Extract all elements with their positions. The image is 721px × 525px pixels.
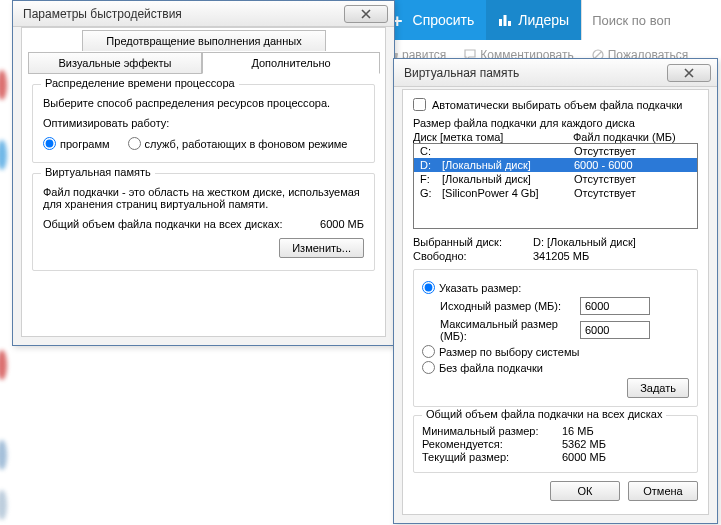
- radio-programs-input[interactable]: [43, 137, 56, 150]
- vm-desc: Файл подкачки - это область на жестком д…: [43, 186, 364, 210]
- rec-size-label: Рекомендуется:: [422, 438, 562, 450]
- vm-total-label: Общий объем файла подкачки на всех диска…: [43, 218, 282, 230]
- min-size-label: Минимальный размер:: [422, 425, 562, 437]
- svg-rect-1: [504, 15, 507, 26]
- size-options-group: Указать размер: Исходный размер (МБ): Ма…: [413, 269, 698, 407]
- radio-no-pagefile[interactable]: Без файла подкачки: [422, 361, 689, 374]
- cur-size-value: 6000 МБ: [562, 451, 606, 463]
- leaders-label: Лидеры: [518, 12, 569, 28]
- tab-dep[interactable]: Предотвращение выполнения данных: [82, 30, 326, 51]
- min-size-value: 16 МБ: [562, 425, 594, 437]
- selected-disk-value: D: [Локальный диск]: [533, 236, 698, 248]
- svg-rect-0: [499, 19, 502, 26]
- radio-programs[interactable]: программ: [43, 137, 110, 150]
- cpu-desc: Выберите способ распределения ресурсов п…: [43, 97, 364, 109]
- col-disk: Диск [метка тома]: [413, 131, 573, 143]
- cpu-legend: Распределение времени процессора: [41, 77, 239, 89]
- cpu-scheduling-group: Распределение времени процессора Выберит…: [32, 84, 375, 163]
- free-space-label: Свободно:: [413, 250, 533, 262]
- bars-icon: [498, 13, 512, 27]
- ask-label: Спросить: [413, 12, 475, 28]
- close-icon: [361, 9, 371, 19]
- performance-options-window: Параметры быстродействия Предотвращение …: [12, 0, 395, 346]
- disk-row[interactable]: D:[Локальный диск]6000 - 6000: [414, 158, 697, 172]
- perf-close-button[interactable]: [344, 5, 388, 23]
- initial-size-input[interactable]: [580, 297, 650, 315]
- radio-services-input[interactable]: [128, 137, 141, 150]
- site-search[interactable]: Поиск по воп: [581, 0, 721, 40]
- close-icon: [684, 68, 694, 78]
- max-size-label: Максимальный размер (МБ):: [422, 318, 580, 342]
- total-pagefile-group: Общий объем файла подкачки на всех диска…: [413, 415, 698, 473]
- optimize-label: Оптимизировать работу:: [43, 117, 364, 129]
- disk-row[interactable]: G:[SiliconPower 4 Gb]Отсутствует: [414, 186, 697, 200]
- col-size: Файл подкачки (МБ): [573, 131, 676, 143]
- ask-button[interactable]: Спросить: [380, 0, 486, 40]
- virtual-memory-window: Виртуальная память Автоматически выбират…: [393, 58, 718, 524]
- auto-manage-input[interactable]: [413, 98, 426, 111]
- vm-legend: Виртуальная память: [41, 166, 155, 178]
- cur-size-label: Текущий размер:: [422, 451, 562, 463]
- initial-size-label: Исходный размер (МБ):: [422, 300, 580, 312]
- perf-titlebar[interactable]: Параметры быстродействия: [13, 1, 394, 27]
- disk-row[interactable]: C:Отсутствует: [414, 144, 697, 158]
- perf-tabs: Предотвращение выполнения данных Визуаль…: [22, 28, 385, 74]
- auto-manage-checkbox[interactable]: Автоматически выбирать объем файла подка…: [413, 98, 698, 111]
- set-button[interactable]: Задать: [627, 378, 689, 398]
- leaders-button[interactable]: Лидеры: [486, 0, 581, 40]
- disk-list[interactable]: C:ОтсутствуетD:[Локальный диск]6000 - 60…: [413, 143, 698, 229]
- radio-system-size[interactable]: Размер по выбору системы: [422, 345, 689, 358]
- radio-custom-input[interactable]: [422, 281, 435, 294]
- vm-title: Виртуальная память: [404, 66, 667, 80]
- radio-system-input[interactable]: [422, 345, 435, 358]
- free-space-value: 341205 МБ: [533, 250, 698, 262]
- vm-total-value: 6000 МБ: [320, 218, 364, 230]
- radio-services[interactable]: служб, работающих в фоновом режиме: [128, 137, 348, 150]
- tab-visual-effects[interactable]: Визуальные эффекты: [28, 52, 202, 73]
- svg-rect-2: [508, 21, 511, 26]
- radio-none-input[interactable]: [422, 361, 435, 374]
- vm-titlebar[interactable]: Виртуальная память: [394, 59, 717, 87]
- radio-custom-size[interactable]: Указать размер:: [422, 281, 689, 294]
- auto-manage-label: Автоматически выбирать объем файла подка…: [432, 99, 682, 111]
- max-size-input[interactable]: [580, 321, 650, 339]
- disk-list-header: Диск [метка тома] Файл подкачки (МБ): [413, 131, 698, 143]
- cancel-button[interactable]: Отмена: [628, 481, 698, 501]
- selected-disk-label: Выбранный диск:: [413, 236, 533, 248]
- rec-size-value: 5362 МБ: [562, 438, 606, 450]
- total-legend: Общий объем файла подкачки на всех диска…: [422, 408, 666, 420]
- disk-row[interactable]: F:[Локальный диск]Отсутствует: [414, 172, 697, 186]
- search-placeholder: Поиск по воп: [592, 13, 671, 28]
- vm-close-button[interactable]: [667, 64, 711, 82]
- ok-button[interactable]: ОК: [550, 481, 620, 501]
- change-button[interactable]: Изменить...: [279, 238, 364, 258]
- virtual-memory-group: Виртуальная память Файл подкачки - это о…: [32, 173, 375, 271]
- tab-advanced[interactable]: Дополнительно: [202, 52, 380, 74]
- site-toolbar: Спросить Лидеры Поиск по воп: [380, 0, 721, 40]
- perf-title: Параметры быстродействия: [23, 7, 344, 21]
- size-per-disk-label: Размер файла подкачки для каждого диска: [413, 117, 698, 129]
